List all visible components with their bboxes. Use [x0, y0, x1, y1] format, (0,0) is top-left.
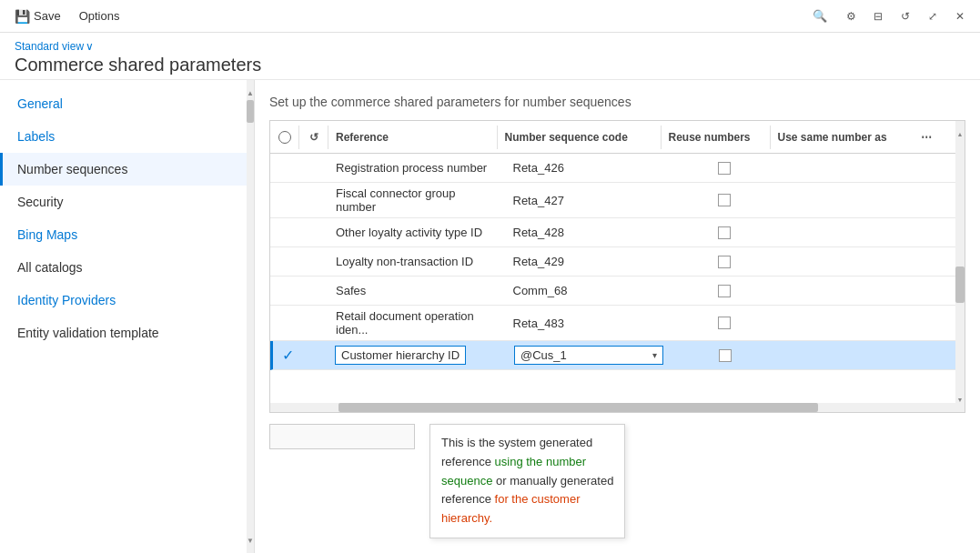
row4-select[interactable] [270, 258, 299, 266]
row7-reuse[interactable] [671, 346, 780, 366]
row7-reference-field[interactable]: Customer hierarchy ID [335, 346, 466, 365]
row7-code[interactable]: @Cus_1 ▾ [507, 342, 671, 368]
table-row[interactable]: Loyalty non-transaction ID Reta_429 [270, 247, 955, 276]
row7-code-text: @Cus_1 [520, 348, 567, 362]
page-title: Commerce shared parameters [15, 55, 965, 75]
row3-code: Reta_428 [506, 222, 670, 243]
th-use-same-number: Use same number as ⋯ [771, 126, 940, 149]
row1-reuse[interactable] [670, 158, 779, 178]
options-button[interactable]: Options [72, 5, 127, 26]
table-row-selected[interactable]: ✓ Customer hierarchy ID @Cus_1 ▾ [270, 341, 955, 370]
settings-button[interactable]: ⚙ [838, 4, 864, 29]
more-options-icon[interactable]: ⋯ [921, 131, 932, 144]
row7-select[interactable]: ✓ [273, 343, 302, 367]
standard-view-button[interactable]: Standard view ∨ [15, 40, 965, 53]
h-scroll-thumb[interactable] [338, 403, 818, 412]
row7-reuse-checkbox[interactable] [719, 349, 732, 362]
dropdown-arrow-icon: ▾ [652, 350, 657, 360]
row1-col2 [299, 165, 328, 172]
sidebar-item-all-catalogs[interactable]: All catalogs [0, 251, 247, 284]
row1-reuse-checkbox[interactable] [718, 162, 731, 175]
row3-select[interactable] [270, 229, 299, 236]
row5-col2 [299, 287, 328, 295]
content-area: Set up the commerce shared parameters fo… [255, 80, 980, 553]
th-reference: Reference [328, 126, 498, 149]
sidebar-label-general: General [17, 96, 63, 111]
th-reuse-label: Reuse numbers [669, 131, 751, 144]
row6-reuse[interactable] [670, 313, 779, 333]
table-row[interactable]: Registration process number Reta_426 [270, 154, 955, 183]
th-same-label: Use same number as [778, 131, 887, 144]
row3-reference: Other loyalty activity type ID [328, 222, 506, 243]
window-controls: ⚙ ⊟ ↺ ⤢ ✕ [838, 4, 973, 29]
row7-col2 [302, 352, 331, 359]
bottom-area: This is the system generatedreference us… [269, 424, 965, 538]
row5-reuse-checkbox[interactable] [718, 285, 731, 297]
sidebar-label-entity-validation: Entity validation template [17, 326, 159, 340]
sidebar-scroll-thumb[interactable] [247, 100, 254, 123]
row5-reuse[interactable] [670, 281, 779, 301]
row1-reference: Registration process number [328, 157, 506, 178]
row5-reference: Safes [328, 280, 506, 301]
row6-reference: Retail document operation iden... [328, 306, 506, 340]
sidebar-scroll-up-arrow[interactable]: ▲ [247, 87, 254, 98]
table-scroll-down[interactable]: ▼ [955, 394, 965, 405]
sidebar-item-security[interactable]: Security [0, 186, 247, 218]
number-sequence-dropdown[interactable]: @Cus_1 ▾ [514, 346, 663, 365]
table-scroll-up[interactable]: ▲ [955, 128, 965, 139]
row3-reuse[interactable] [670, 223, 779, 243]
row6-reuse-checkbox[interactable] [718, 317, 731, 329]
sidebar-item-labels[interactable]: Labels [0, 120, 247, 153]
row7-same-as [780, 352, 955, 359]
th-refresh[interactable]: ↺ [299, 126, 328, 149]
split-button[interactable]: ⊟ [865, 4, 891, 29]
sidebar-label-number-sequences: Number sequences [17, 162, 127, 176]
save-button[interactable]: 💾 Save [7, 5, 68, 27]
row4-reuse[interactable] [670, 252, 779, 272]
row5-select[interactable] [270, 287, 299, 295]
row2-reference: Fiscal connector group number [328, 183, 506, 217]
sidebar-item-entity-validation[interactable]: Entity validation template [0, 317, 247, 349]
table-scroll-thumb[interactable] [955, 266, 965, 303]
sidebar-scrollbar[interactable]: ▲ ▼ [247, 80, 254, 553]
row4-same-as [779, 258, 956, 266]
sidebar-item-bing-maps[interactable]: Bing Maps [0, 218, 247, 251]
sidebar-label-bing-maps: Bing Maps [17, 227, 77, 242]
search-icon: 🔍 [813, 9, 827, 23]
table-vertical-scrollbar[interactable]: ▲ ▼ [955, 121, 965, 412]
row2-reuse-checkbox[interactable] [718, 194, 731, 206]
row2-code: Reta_427 [506, 190, 670, 211]
options-label: Options [79, 9, 120, 23]
table-inner: ↺ Reference Number sequence code Reuse n… [270, 121, 955, 412]
chevron-icon: ∨ [86, 40, 94, 53]
expand-button[interactable]: ⤢ [920, 4, 945, 29]
table-row[interactable]: Retail document operation iden... Reta_4… [270, 306, 955, 341]
refresh-button[interactable]: ↺ [893, 4, 918, 29]
row4-code: Reta_429 [506, 251, 670, 272]
row2-select[interactable] [270, 196, 299, 204]
row2-reuse[interactable] [670, 190, 779, 210]
row2-same-as [779, 196, 956, 204]
row6-select[interactable] [270, 319, 299, 327]
table-row[interactable]: Other loyalty activity type ID Reta_428 [270, 218, 955, 247]
tooltip-text: This is the system generatedreference us… [441, 436, 613, 525]
table-row[interactable]: Safes Comm_68 [270, 276, 955, 306]
sidebar-item-identity-providers[interactable]: Identity Providers [0, 284, 247, 317]
row1-same-as [779, 165, 956, 172]
sidebar-label-labels: Labels [17, 129, 55, 144]
th-reference-label: Reference [336, 131, 389, 144]
row4-col2 [299, 258, 328, 266]
sidebar-scroll-down-arrow[interactable]: ▼ [247, 535, 254, 546]
row1-select[interactable] [270, 165, 299, 172]
sidebar-item-number-sequences[interactable]: Number sequences [0, 153, 247, 186]
row3-reuse-checkbox[interactable] [718, 226, 731, 239]
bottom-input-field[interactable] [269, 424, 415, 449]
close-button[interactable]: ✕ [947, 4, 973, 29]
row4-reuse-checkbox[interactable] [718, 256, 731, 268]
table-row[interactable]: Fiscal connector group number Reta_427 [270, 183, 955, 218]
row5-code: Comm_68 [506, 280, 670, 301]
th-nsc-label: Number sequence code [505, 131, 628, 144]
content-description: Set up the commerce shared parameters fo… [269, 95, 965, 109]
sidebar-item-general[interactable]: General [0, 87, 247, 120]
horizontal-scrollbar[interactable] [270, 403, 955, 412]
